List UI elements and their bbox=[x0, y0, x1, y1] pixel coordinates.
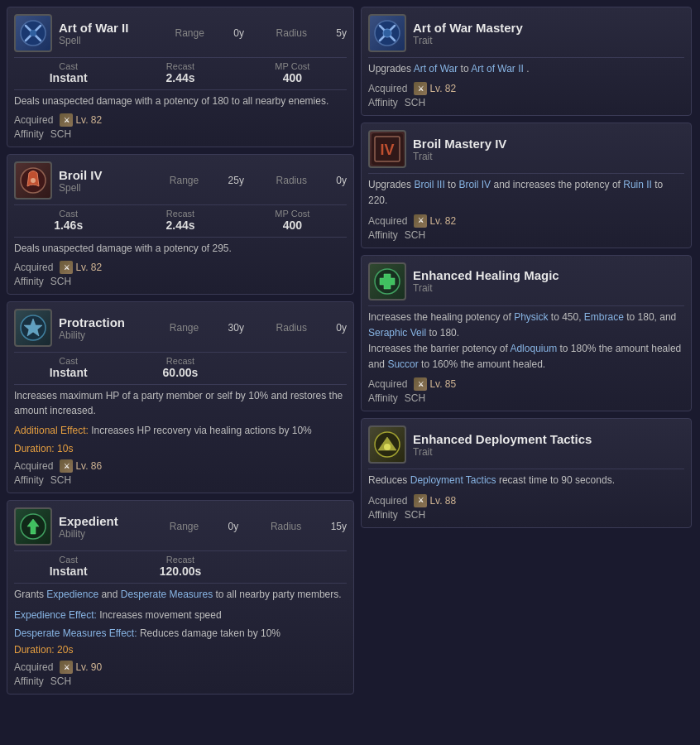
protraction-acquired: Acquired ⚔ Lv. 86 bbox=[14, 459, 347, 473]
enhanced-deployment-tactics-acquired: Acquired ⚔ Lv. 88 bbox=[368, 494, 684, 507]
enhanced-deployment-tactics-affinity: Affinity SCH bbox=[368, 509, 684, 521]
art-of-war-mastery-type: Trait bbox=[413, 35, 684, 46]
broil-mastery-iv-name: Broil Mastery IV bbox=[413, 137, 684, 151]
protraction-additional: Additional Effect: Increases HP recovery… bbox=[14, 423, 347, 438]
broil-mastery-icon: IV bbox=[368, 130, 406, 168]
art-of-war-mastery-acquired: Acquired ⚔ Lv. 82 bbox=[368, 82, 684, 95]
art-of-war-ii-type: Spell bbox=[59, 35, 169, 46]
enhanced-healing-magic-icon bbox=[368, 262, 406, 300]
lv-icon-r3: ⚔ bbox=[414, 377, 427, 391]
range-label: Range bbox=[175, 27, 204, 39]
art-of-war-ii-range: 0y bbox=[233, 27, 244, 39]
broil-mastery-iv-card: IV Broil Mastery IV Trait Upgrades Broil… bbox=[361, 123, 692, 248]
broil-mastery-desc: Upgrades Broil III to Broil IV and incre… bbox=[368, 177, 684, 209]
protraction-affinity-val: SCH bbox=[50, 474, 71, 486]
protraction-duration: Duration: 10s bbox=[14, 443, 347, 454]
expedient-stats: Cast Instant Recast 120.00s bbox=[14, 555, 347, 578]
enhanced-healing-magic-name: Enhanced Healing Magic bbox=[413, 268, 684, 282]
expedient-duration: Duration: 20s bbox=[14, 644, 347, 656]
adloquium-link: Adloquium bbox=[510, 343, 557, 354]
broil-iv-affinity: Affinity SCH bbox=[14, 276, 347, 287]
lv-icon-r1: ⚔ bbox=[414, 82, 427, 95]
broil-ruin: Ruin II bbox=[623, 179, 652, 190]
expedient-name: Expedient bbox=[59, 514, 163, 528]
expedient-cast: Instant bbox=[50, 565, 88, 578]
broil-mastery-iv-lv: Lv. 82 bbox=[429, 215, 456, 227]
art-of-war-ii-radius: 5y bbox=[336, 27, 347, 39]
expedient-range: 0y bbox=[228, 521, 239, 532]
protraction-recast: 60.00s bbox=[163, 366, 199, 379]
protraction-type: Ability bbox=[59, 329, 163, 341]
mp-cost-label: MP Cost bbox=[275, 61, 309, 71]
art-of-war-mastery-lv: Lv. 82 bbox=[429, 83, 456, 94]
succor-link: Succor bbox=[387, 358, 418, 370]
broil-iv-name: Broil IV bbox=[59, 168, 163, 182]
recast-label: Recast bbox=[166, 61, 194, 71]
additional-effect-label: Additional Effect: bbox=[14, 425, 89, 436]
art-of-war-ii-mp: 400 bbox=[283, 71, 302, 84]
acquired-label: Acquired bbox=[14, 114, 53, 126]
art-of-war-ii-affinity: Affinity SCH bbox=[14, 128, 347, 140]
expedient-affinity: Affinity SCH bbox=[14, 675, 347, 687]
broil-upgrades-from: Broil III bbox=[414, 179, 444, 190]
art-of-war-ii-title-block: Art of War II Spell bbox=[59, 21, 169, 46]
enhanced-healing-magic-type: Trait bbox=[413, 282, 684, 294]
enhanced-deployment-tactics-name: Enhanced Deployment Tactics bbox=[413, 432, 684, 446]
broil-iv-range: 25y bbox=[228, 175, 244, 186]
broil-mastery-iv-affinity: Affinity SCH bbox=[368, 229, 684, 241]
broil-upgrades-to: Broil IV bbox=[458, 179, 491, 190]
enhanced-deployment-tactics-desc: Reduces Deployment Tactics recast time t… bbox=[368, 473, 684, 488]
art-of-war-ii-affinity-val: SCH bbox=[50, 128, 71, 140]
expedient-desperate: Desperate Measures Effect: Reduces damag… bbox=[14, 626, 347, 641]
art-of-war-ii-card: Art of War II Spell Range 0y Radius 5y C… bbox=[7, 7, 354, 147]
broil-iv-stats: Cast 1.46s Recast 2.44s MP Cost 400 bbox=[14, 209, 347, 232]
expedient-icon bbox=[14, 507, 52, 546]
desperate-link: Desperate Measures bbox=[121, 589, 213, 600]
enhanced-deployment-tactics-affinity-val: SCH bbox=[405, 509, 425, 521]
lv-icon-3: ⚔ bbox=[60, 459, 73, 473]
broil-iv-radius: 0y bbox=[336, 175, 347, 186]
enhanced-healing-magic-acquired: Acquired ⚔ Lv. 85 bbox=[368, 377, 684, 391]
art-of-war-mastery-name: Art of War Mastery bbox=[413, 21, 684, 35]
protraction-affinity: Affinity SCH bbox=[14, 474, 347, 486]
art-of-war-mastery-card: Art of War Mastery Trait Upgrades Art of… bbox=[361, 7, 692, 116]
lv-icon-r2: ⚔ bbox=[414, 214, 427, 228]
svg-point-3 bbox=[31, 178, 36, 183]
deployment-tactics-link: Deployment Tactics bbox=[410, 474, 496, 486]
art-of-war-ii-range-row: Range 0y Radius 5y bbox=[175, 27, 347, 39]
broil-iv-desc: Deals unaspected damage with a potency o… bbox=[14, 241, 347, 256]
expedient-desc: Grants Expedience and Desperate Measures… bbox=[14, 587, 347, 603]
protraction-card: Protraction Ability Range 30y Radius 0y … bbox=[7, 301, 354, 493]
protraction-lv: Lv. 86 bbox=[75, 460, 102, 472]
enhanced-healing-magic-card: Enhanced Healing Magic Trait Increases t… bbox=[361, 255, 692, 412]
lv-icon-4: ⚔ bbox=[60, 661, 73, 674]
expedience-link: Expedience bbox=[46, 589, 98, 600]
broil-mastery-iv-affinity-val: SCH bbox=[405, 229, 425, 241]
art-of-war-ii-lv: Lv. 82 bbox=[75, 114, 102, 126]
enhanced-deployment-tactics-type: Trait bbox=[413, 446, 684, 458]
protraction-range-row: Range 30y Radius 0y bbox=[170, 322, 347, 334]
enhanced-healing-magic-affinity-val: SCH bbox=[405, 392, 425, 404]
broil-iv-card: Broil IV Spell Range 25y Radius 0y Cast … bbox=[7, 154, 354, 295]
protraction-range: 30y bbox=[228, 322, 244, 334]
upgrades-from: Art of War bbox=[414, 63, 458, 74]
broil-iv-icon bbox=[14, 161, 52, 199]
protraction-additional-text: Increases HP recovery via healing action… bbox=[91, 425, 312, 436]
expedient-recast: 120.00s bbox=[160, 565, 202, 578]
art-of-war-mastery-affinity-val: SCH bbox=[405, 97, 425, 108]
enhanced-healing-magic-desc: Increases the healing potency of Physick… bbox=[368, 310, 684, 373]
embrace-link: Embrace bbox=[584, 311, 624, 323]
enhanced-healing-magic-affinity: Affinity SCH bbox=[368, 392, 684, 404]
art-of-war-ii-icon bbox=[14, 14, 52, 52]
expedient-acquired: Acquired ⚔ Lv. 90 bbox=[14, 661, 347, 674]
enhanced-deployment-tactics-lv: Lv. 88 bbox=[429, 495, 456, 507]
expedient-type: Ability bbox=[59, 528, 163, 540]
art-of-war-mastery-affinity: Affinity SCH bbox=[368, 97, 684, 108]
art-of-war-ii-name: Art of War II bbox=[59, 21, 169, 35]
art-of-war-ii-stats: Cast Instant Recast 2.44s MP Cost 400 bbox=[14, 61, 347, 84]
broil-iv-cast: 1.46s bbox=[54, 219, 83, 232]
svg-point-7 bbox=[383, 29, 391, 37]
art-of-war-ii-cast: Instant bbox=[50, 71, 88, 84]
protraction-cast: Instant bbox=[50, 366, 88, 379]
enhanced-deployment-tactics-icon bbox=[368, 425, 406, 464]
